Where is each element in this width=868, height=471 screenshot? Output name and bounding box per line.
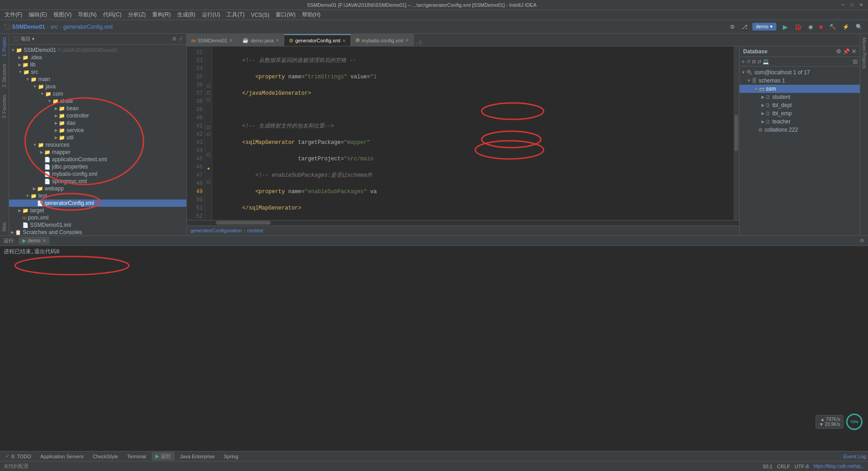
tree-item-dao[interactable]: ▶ 📁 dao [9, 119, 186, 127]
run-config-label[interactable]: demo ▾ [752, 23, 776, 31]
tree-item-webapp[interactable]: ▶ 📁 webapp [9, 185, 186, 192]
left-vtab-structure[interactable]: 2: Structure [1, 60, 8, 91]
left-vtab-project[interactable]: 1: Project [1, 34, 8, 60]
minimize-button[interactable]: ─ [840, 2, 846, 8]
tree-item-service[interactable]: ▶ 📁 service [9, 127, 186, 134]
menu-window[interactable]: 窗口(W) [273, 10, 298, 20]
db-item-teacher[interactable]: ▶ 🗋 teacher [740, 118, 860, 126]
db-item-student[interactable]: ▶ 🗋 student [740, 93, 860, 101]
run-settings-btn[interactable]: ⚙ [860, 238, 864, 243]
tree-item-java[interactable]: ▼ 📁 java [9, 83, 186, 90]
db-pin-btn[interactable]: 📌 [843, 48, 850, 55]
bottom-tab-spring[interactable]: Spring [220, 453, 242, 460]
tree-item-shaw[interactable]: ▼ 📁 shaw [9, 97, 186, 105]
tree-item-src[interactable]: ▼ 📁 src [9, 68, 186, 76]
bottom-tab-appservers[interactable]: Application Servers [37, 453, 87, 460]
tree-item-genconfig[interactable]: ▶ 📄 generatorConfig.xml [9, 200, 186, 207]
tab-more[interactable]: –3 [414, 40, 423, 46]
toolbar-build[interactable]: 🔨 [827, 23, 838, 31]
horizontal-scrollbar[interactable] [187, 220, 739, 225]
bottom-tab-todo[interactable]: ✓ 6: TODO [2, 452, 35, 460]
sidebar-settings-btn[interactable]: ⚙ [172, 36, 177, 42]
tree-item-target[interactable]: ▶ 📁 target [9, 207, 186, 214]
db-settings-btn[interactable]: ⚙ [836, 48, 841, 55]
tree-item-main[interactable]: ▼ 📁 main [9, 76, 186, 83]
tree-item-com[interactable]: ▼ 📁 com [9, 90, 186, 97]
db-item-schemas[interactable]: ▼ 🗄 schemas 1 [740, 77, 860, 85]
status-link[interactable]: https://blog.csdn.net/qq... [813, 464, 864, 469]
db-item-ssm[interactable]: ▼ 🗃 ssm [740, 85, 860, 93]
tree-item-jdbc[interactable]: ▶ 📄 jdbc.properties [9, 163, 186, 170]
toolbar-settings[interactable]: ⚙ [728, 23, 737, 31]
tree-item-mapper[interactable]: ▶ 📁 mapper [9, 148, 186, 156]
editor-scrollbar[interactable] [734, 46, 739, 220]
debug-button[interactable]: 🐞 [792, 22, 804, 31]
tree-item-mybatis[interactable]: ▶ 📄 mybatis-config.xml [9, 170, 186, 178]
db-sync-btn[interactable]: ⇄ [757, 59, 761, 65]
bottom-tab-terminal[interactable]: Terminal [123, 453, 150, 460]
tab-generatorconfig[interactable]: ⚙ generatorConfig.xml ✕ [284, 34, 351, 46]
event-log-link[interactable]: Event Log [843, 454, 866, 459]
db-close-btn[interactable]: ✕ [852, 48, 856, 55]
menu-navigate[interactable]: 导航(N) [75, 10, 99, 20]
menu-build[interactable]: 生成(B) [175, 10, 198, 20]
toolbar-git[interactable]: ⎇ [740, 23, 750, 31]
tree-item-iml[interactable]: ▶ 📄 SSMDemo01.iml [9, 221, 186, 229]
tab-close-genconfig[interactable]: ✕ [342, 38, 346, 43]
menu-run[interactable]: 运行(U) [199, 10, 223, 20]
stop-button[interactable]: ■ [817, 22, 825, 31]
tree-item-bean[interactable]: ▶ 📁 bean [9, 105, 186, 112]
run-button[interactable]: ▶ [781, 22, 790, 31]
tab-close-demojava[interactable]: ✕ [276, 38, 279, 43]
sidebar-expand-btn[interactable]: ⤢ [179, 36, 183, 42]
tree-item-root[interactable]: ▼ 📁 SSMDemo01 F:\JAVA\2018\6\SSMDemo01 [9, 46, 186, 54]
menu-edit[interactable]: 编辑(E) [26, 10, 50, 20]
tab-ssmdemo01[interactable]: m SSMDemo01 ✕ [187, 34, 238, 46]
menu-tools[interactable]: 工具(T) [224, 10, 247, 20]
close-button[interactable]: ✕ [858, 2, 864, 8]
bottom-tab-checkstyle[interactable]: CheckStyle [89, 453, 122, 460]
breadcrumb-root[interactable]: generatorConfiguration [190, 228, 242, 233]
code-editor[interactable]: <!-- 从数据库返回的值被清理前后的空格 -- <property name=… [212, 46, 734, 220]
tab-close-mybatis[interactable]: ✕ [405, 38, 409, 43]
breadcrumb-context[interactable]: context [247, 228, 263, 233]
tree-item-controller[interactable]: ▶ 📁 controller [9, 112, 186, 119]
toolbar-search[interactable]: 🔍 [854, 23, 864, 31]
run-tab-demo[interactable]: ▶ demo ✕ [19, 237, 50, 245]
menu-view[interactable]: 视图(V) [51, 10, 74, 20]
tree-item-scratches[interactable]: ▶ 📋 Scratches and Consoles [9, 229, 186, 236]
status-crlf[interactable]: CRLF [777, 464, 790, 469]
db-filter-btn[interactable]: ⊞ [853, 58, 858, 65]
status-utf8[interactable]: UTF-8 [795, 464, 809, 469]
menu-code[interactable]: 代码(C) [100, 10, 124, 20]
tree-item-lib[interactable]: ▶ 📁 lib [9, 61, 186, 68]
tab-close-ssmdemo01[interactable]: ✕ [229, 38, 233, 43]
bottom-tab-run[interactable]: ▶ 运行 [152, 452, 175, 461]
tree-item-pom[interactable]: ▶ m pom.xml [9, 214, 186, 221]
db-item-connection[interactable]: ▼ 🔌 ssm@localhost 1 of 17 [740, 68, 860, 77]
menu-refactor[interactable]: 重构(R) [149, 10, 174, 20]
tab-demojava[interactable]: ☕ demo.java ✕ [238, 34, 284, 46]
menu-help[interactable]: 帮助(H) [299, 10, 324, 20]
tree-item-test[interactable]: ▼ 📁 test [9, 192, 186, 200]
left-vtab-favorites[interactable]: 3: Favorites [1, 91, 8, 122]
menu-vcs[interactable]: VCS(S) [248, 11, 272, 19]
maven-tab[interactable]: Maven Projects [861, 34, 868, 72]
run-tab-close[interactable]: ✕ [42, 238, 46, 243]
profile-button[interactable]: ◉ [806, 23, 815, 31]
db-refresh-btn[interactable]: ↺ [746, 59, 750, 65]
db-item-tbldept[interactable]: ▶ 🗋 tbl_dept [740, 101, 860, 109]
toolbar-src[interactable]: src [51, 24, 58, 30]
tab-mybatisconfig[interactable]: ⚙ mybatis-config.xml ✕ [351, 34, 414, 46]
toolbar-file[interactable]: generatorConfig.xml [63, 24, 113, 30]
maximize-button[interactable]: □ [849, 2, 855, 8]
menu-analyze[interactable]: 分析(Z) [125, 10, 149, 20]
tree-item-appctx[interactable]: ▶ 📄 applicationContext.xml [9, 156, 186, 163]
db-item-tblemp[interactable]: ▶ 🗋 tbl_emp [740, 109, 860, 118]
tree-item-util[interactable]: ▶ 📁 util [9, 134, 186, 141]
toolbar-more[interactable]: ⚡ [841, 23, 851, 31]
db-item-collations[interactable]: ▶ ⚙ collations 222 [740, 126, 860, 134]
tree-item-resources[interactable]: ▼ 📁 resources [9, 141, 186, 148]
db-console-btn[interactable]: 💻 [763, 59, 769, 65]
tree-item-idea[interactable]: ▶ 📁 .idea [9, 54, 186, 61]
